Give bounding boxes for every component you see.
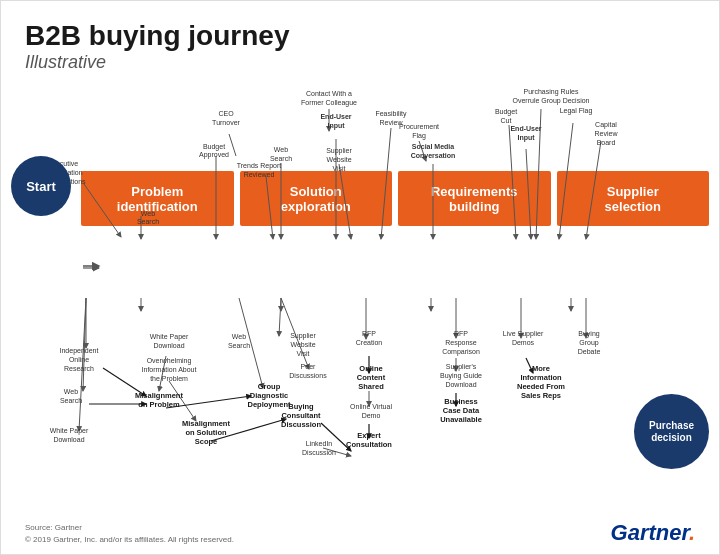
svg-text:Board: Board <box>597 139 616 146</box>
svg-text:Website: Website <box>290 341 315 348</box>
svg-text:Online Virtual: Online Virtual <box>350 403 392 410</box>
svg-text:Download: Download <box>53 436 84 443</box>
svg-text:Conversation: Conversation <box>411 152 456 159</box>
purchase-node: Purchasedecision <box>634 394 709 469</box>
svg-text:White Paper: White Paper <box>150 333 189 341</box>
svg-line-13 <box>509 125 516 239</box>
svg-text:Sales Reps: Sales Reps <box>521 391 561 400</box>
svg-text:Discussion: Discussion <box>302 449 336 456</box>
svg-text:Buying Guide: Buying Guide <box>440 372 482 380</box>
svg-text:Debate: Debate <box>578 348 601 355</box>
svg-text:Consultant: Consultant <box>281 411 321 420</box>
svg-text:Discussion: Discussion <box>281 420 321 429</box>
start-node: Start <box>11 156 71 216</box>
svg-text:Supplier's: Supplier's <box>446 363 477 371</box>
svg-text:Online: Online <box>359 364 382 373</box>
svg-text:Research: Research <box>64 365 94 372</box>
svg-text:Group: Group <box>258 382 281 391</box>
svg-text:Web: Web <box>64 388 78 395</box>
svg-text:Supplier: Supplier <box>326 147 352 155</box>
svg-text:More: More <box>532 364 550 373</box>
footer-source: Source: Gartner © 2019 Gartner, Inc. and… <box>25 522 234 546</box>
svg-text:Budget: Budget <box>203 143 225 151</box>
svg-text:Input: Input <box>327 122 345 130</box>
svg-text:Visit: Visit <box>332 165 345 172</box>
svg-text:Diagnostic: Diagnostic <box>250 391 288 400</box>
svg-text:Social Media: Social Media <box>412 143 455 150</box>
svg-text:Review: Review <box>595 130 619 137</box>
svg-text:Trends Report: Trends Report <box>237 162 282 170</box>
svg-text:Information About: Information About <box>142 366 197 373</box>
svg-text:Response: Response <box>445 339 477 347</box>
svg-text:CEO: CEO <box>218 110 234 117</box>
svg-text:Information: Information <box>520 373 562 382</box>
svg-text:Reviewed: Reviewed <box>244 171 275 178</box>
svg-text:Website: Website <box>326 156 351 163</box>
svg-line-0 <box>84 184 121 237</box>
svg-text:Misalignment: Misalignment <box>182 419 230 428</box>
svg-text:Buying: Buying <box>578 330 600 338</box>
svg-text:Scope: Scope <box>195 437 218 446</box>
gartner-logo: Gartner. <box>611 520 695 546</box>
footer: Source: Gartner © 2019 Gartner, Inc. and… <box>25 520 695 546</box>
svg-line-3 <box>229 134 236 156</box>
svg-text:Cut: Cut <box>501 117 512 124</box>
svg-line-14 <box>559 123 573 239</box>
svg-text:Case Data: Case Data <box>443 406 480 415</box>
svg-text:Capital: Capital <box>595 121 617 129</box>
svg-text:RFP: RFP <box>454 330 468 337</box>
svg-text:Overrule Group Decision: Overrule Group Decision <box>512 97 589 105</box>
svg-text:Search: Search <box>137 218 159 225</box>
svg-text:Former Colleague: Former Colleague <box>301 99 357 107</box>
svg-line-15 <box>586 141 601 239</box>
svg-text:Approved: Approved <box>199 151 229 159</box>
svg-text:LinkedIn: LinkedIn <box>306 440 333 447</box>
svg-text:Web: Web <box>232 333 246 340</box>
svg-text:Live Supplier: Live Supplier <box>503 330 544 338</box>
svg-text:Feasibility: Feasibility <box>375 110 407 118</box>
svg-text:Search: Search <box>270 155 292 162</box>
svg-line-16 <box>526 149 531 239</box>
svg-text:Download: Download <box>445 381 476 388</box>
svg-text:Turnover: Turnover <box>212 119 240 126</box>
svg-text:Web: Web <box>141 210 155 217</box>
svg-text:Legal Flag: Legal Flag <box>560 107 593 115</box>
svg-line-8 <box>381 128 391 239</box>
svg-text:Demo: Demo <box>362 412 381 419</box>
svg-text:Purchasing Rules: Purchasing Rules <box>524 88 579 96</box>
svg-text:Deployment: Deployment <box>248 400 291 409</box>
svg-text:White Paper: White Paper <box>50 427 89 435</box>
svg-text:Shared: Shared <box>358 382 384 391</box>
svg-text:Misalignment: Misalignment <box>135 391 183 400</box>
svg-text:Contact With a: Contact With a <box>306 90 352 97</box>
svg-text:Needed From: Needed From <box>517 382 565 391</box>
svg-text:Web: Web <box>274 146 288 153</box>
svg-text:Consultation: Consultation <box>346 440 392 449</box>
svg-text:Unavailable: Unavailable <box>440 415 482 424</box>
svg-text:Online: Online <box>69 356 89 363</box>
svg-text:on Problem: on Problem <box>138 400 180 409</box>
svg-text:Input: Input <box>517 134 535 142</box>
svg-text:Demos: Demos <box>512 339 535 346</box>
svg-text:Flag: Flag <box>412 132 426 140</box>
svg-text:End-User: End-User <box>510 125 541 132</box>
svg-line-5 <box>266 176 273 239</box>
svg-text:Business: Business <box>444 397 477 406</box>
svg-text:Expert: Expert <box>357 431 381 440</box>
svg-text:Overwhelming: Overwhelming <box>147 357 192 365</box>
svg-text:Peer: Peer <box>301 363 316 370</box>
svg-text:Search: Search <box>60 397 82 404</box>
main-card: B2B buying journey Illustrative Start Pr… <box>0 0 720 555</box>
svg-text:Content: Content <box>357 373 386 382</box>
svg-text:Buying: Buying <box>288 402 314 411</box>
svg-text:Download: Download <box>153 342 184 349</box>
svg-text:Procurement: Procurement <box>399 123 439 130</box>
svg-text:Budget: Budget <box>495 108 517 116</box>
svg-line-9 <box>339 164 351 239</box>
svg-text:Visit: Visit <box>296 350 309 357</box>
svg-text:Supplier: Supplier <box>290 332 316 340</box>
svg-text:Comparison: Comparison <box>442 348 480 356</box>
svg-text:the Problem: the Problem <box>150 375 188 382</box>
svg-text:End-User: End-User <box>320 113 351 120</box>
flow-diagram: Executive Presentation and Questions Web… <box>1 1 720 555</box>
